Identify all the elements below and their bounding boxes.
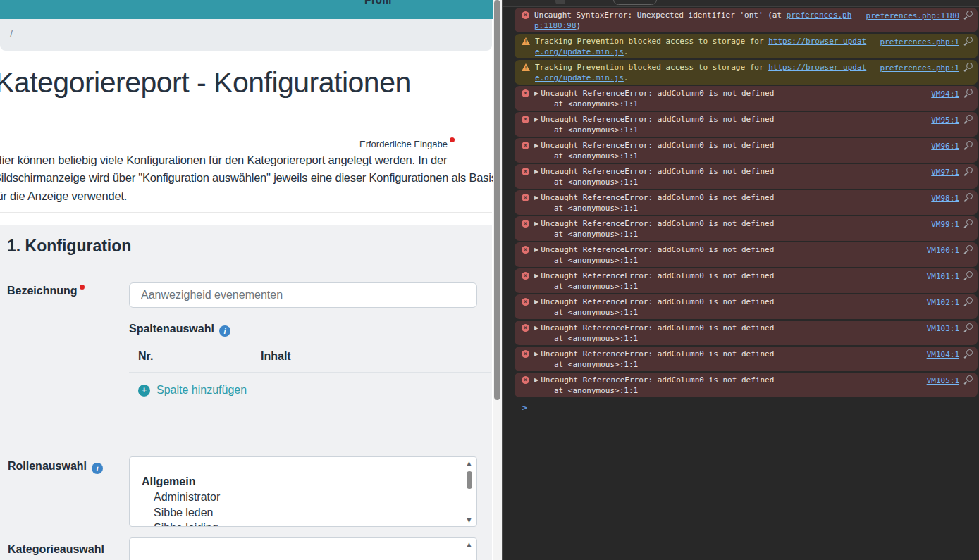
page-scrollbar[interactable] [493,0,502,560]
scroll-up-icon[interactable]: ▲ [464,541,474,548]
console-message-error[interactable]: ×▶Uncaught ReferenceError: addColumn0 is… [515,268,978,293]
bezeichnung-input[interactable] [129,282,477,308]
console-message-error[interactable]: ×Uncaught SyntaxError: Unexpected identi… [515,8,978,32]
toolbar-button[interactable] [555,0,565,4]
source-link[interactable]: VM94:1 [931,89,959,99]
expand-arrow-icon[interactable]: ▶ [534,220,538,227]
listbox-option[interactable]: Administrator [130,490,476,505]
source-link[interactable]: VM103:1 [927,323,959,334]
magnifier-icon[interactable] [964,297,973,306]
console-message-text: ▶Uncaught ReferenceError: addColumn0 is … [534,323,920,344]
console-filter-input[interactable] [613,0,657,5]
listbox-option[interactable]: Sibbe leden [130,505,476,521]
magnifier-icon[interactable] [964,375,973,385]
console-message-warning[interactable]: !Tracking Prevention blocked access to s… [515,34,978,58]
console-message-warning[interactable]: !Tracking Prevention blocked access to s… [515,60,978,85]
console-link[interactable]: e.org/update.min.js [535,73,624,82]
magnifier-icon[interactable] [964,167,973,176]
expand-arrow-icon[interactable]: ▶ [534,299,538,305]
source-link[interactable]: preferences.php:1180 [866,11,959,21]
expand-arrow-icon[interactable]: ▶ [534,168,538,175]
expand-arrow-icon[interactable]: ▶ [534,351,538,357]
magnifier-icon[interactable] [964,219,973,228]
expand-arrow-icon[interactable]: ▶ [534,325,538,331]
source-link[interactable]: VM96:1 [931,141,959,151]
source-link[interactable]: VM95:1 [931,115,959,125]
console-text: Uncaught ReferenceError: addColumn0 is n… [541,167,774,176]
source-link[interactable]: VM97:1 [931,167,959,178]
console-link[interactable]: https://browser-updat [768,63,866,72]
source-link[interactable]: VM101:1 [927,271,959,282]
console-link[interactable]: preferences.ph [787,11,852,20]
console-link[interactable]: https://browser-updat [768,37,866,46]
bezeichnung-label: Bezeichnung [7,285,85,297]
listbox-group-label: Allgemein [130,474,476,490]
console-message-error[interactable]: ×▶Uncaught ReferenceError: addColumn0 is… [515,294,978,319]
magnifier-icon[interactable] [964,37,973,46]
magnifier-icon[interactable] [964,323,973,332]
console-message-error[interactable]: ×▶Uncaught ReferenceError: addColumn0 is… [515,373,978,397]
console-message-error[interactable]: ×▶Uncaught ReferenceError: addColumn0 is… [515,321,978,345]
console-link[interactable]: e.org/update.min.js [535,47,624,56]
magnifier-icon[interactable] [964,349,973,359]
source-link[interactable]: VM98:1 [931,193,959,204]
roles-listbox[interactable]: AllgemeinAdministratorSibbe ledenSibbe l… [129,456,477,527]
error-icon: × [522,220,529,228]
console-line-1: Tracking Prevention blocked access to st… [535,62,873,73]
expand-arrow-icon[interactable]: ▶ [534,142,538,149]
magnifier-icon[interactable] [964,141,973,150]
console-line-2: at <anonymous>:1:1 [534,99,924,109]
expand-arrow-icon[interactable]: ▶ [534,247,538,253]
expand-arrow-icon[interactable]: ▶ [534,194,538,201]
scrollbar-thumb[interactable] [467,471,472,489]
devtools-pane: ×Uncaught SyntaxError: Unexpected identi… [502,0,979,560]
listbox-option[interactable]: Sibbe leiding [130,521,476,527]
console-message-error[interactable]: ×▶Uncaught ReferenceError: addColumn0 is… [515,164,978,189]
console-text: at <anonymous>:1:1 [554,151,638,161]
error-icon: × [522,142,529,149]
expand-arrow-icon[interactable]: ▶ [534,377,538,383]
source-link[interactable]: VM102:1 [927,297,959,308]
magnifier-icon[interactable] [964,245,973,254]
source-link[interactable]: VM104:1 [927,349,959,360]
source-link[interactable]: preferences.php:1 [880,63,959,73]
console-text: Tracking Prevention blocked access to st… [535,63,768,72]
console-message-error[interactable]: ×▶Uncaught ReferenceError: addColumn0 is… [515,86,978,111]
magnifier-icon[interactable] [964,89,973,98]
nav-item-profil[interactable]: Profil [364,0,391,6]
magnifier-icon[interactable] [964,63,973,72]
expand-arrow-icon[interactable]: ▶ [534,90,538,97]
magnifier-icon[interactable] [964,11,973,20]
magnifier-icon[interactable] [964,115,973,124]
console-message-error[interactable]: ×▶Uncaught ReferenceError: addColumn0 is… [515,138,978,163]
scroll-up-icon[interactable]: ▲ [464,460,474,467]
add-column-button[interactable]: + Spalte hinzufügen [138,384,247,397]
scrollbar-thumb[interactable] [494,0,500,400]
console-message-error[interactable]: ×▶Uncaught ReferenceError: addColumn0 is… [515,190,978,215]
source-link[interactable]: VM100:1 [927,245,959,256]
listbox-scrollbar[interactable]: ▲ ▼ [464,459,474,525]
console-message-text: ▶Uncaught ReferenceError: addColumn0 is … [534,244,920,266]
console-source: VM99:1 [931,218,973,230]
info-icon[interactable]: i [219,325,230,337]
listbox-scrollbar[interactable]: ▲ [464,540,474,560]
console-message-error[interactable]: ×▶Uncaught ReferenceError: addColumn0 is… [515,242,978,267]
console-message-error[interactable]: ×▶Uncaught ReferenceError: addColumn0 is… [515,216,978,241]
magnifier-icon[interactable] [964,193,973,202]
categories-listbox[interactable]: ▲ [129,537,477,560]
console-message-error[interactable]: ×▶Uncaught ReferenceError: addColumn0 is… [515,112,978,137]
source-link[interactable]: preferences.php:1 [880,37,959,47]
console-message-error[interactable]: ×▶Uncaught ReferenceError: addColumn0 is… [515,347,978,371]
source-link[interactable]: VM105:1 [927,375,959,386]
console-prompt[interactable]: > [522,402,979,413]
breadcrumb: / [0,19,492,51]
console-line-1: ▶Uncaught ReferenceError: addColumn0 is … [534,375,920,385]
expand-arrow-icon[interactable]: ▶ [534,273,538,279]
info-icon[interactable]: i [92,463,103,474]
console-link[interactable]: p:1180:98 [534,21,577,30]
scroll-down-icon[interactable]: ▼ [464,516,474,523]
magnifier-icon[interactable] [964,271,973,280]
source-link[interactable]: VM99:1 [931,219,959,230]
expand-arrow-icon[interactable]: ▶ [534,116,538,123]
console-text: Uncaught ReferenceError: addColumn0 is n… [541,89,774,98]
